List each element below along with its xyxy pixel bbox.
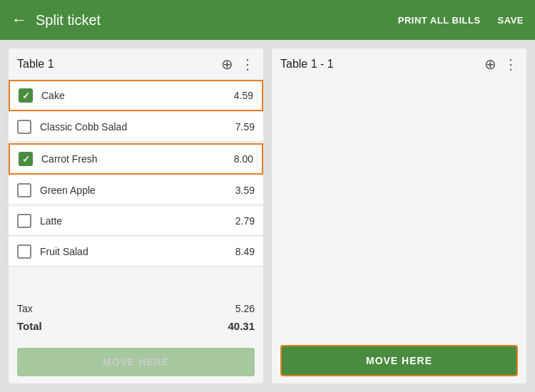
checkbox-carrot-fresh[interactable] xyxy=(19,152,33,166)
table-row[interactable]: Green Apple 3.59 xyxy=(9,176,263,205)
right-panel: Table 1 - 1 ⊕ ⋮ MOVE HERE xyxy=(272,48,526,383)
table-row[interactable]: Carrot Fresh 8.00 xyxy=(9,143,263,175)
right-panel-title: Table 1 - 1 xyxy=(280,58,477,71)
right-item-list xyxy=(272,80,526,338)
right-more-icon[interactable]: ⋮ xyxy=(504,56,518,73)
main-content: Table 1 ⊕ ⋮ Cake 4.59 Classic Cobb Salad… xyxy=(0,40,535,392)
item-price-classic-cobb: 7.59 xyxy=(235,121,255,133)
save-button[interactable]: SAVE xyxy=(498,15,524,26)
table-row[interactable]: Cake 4.59 xyxy=(9,80,263,111)
checkbox-fruit-salad[interactable] xyxy=(17,244,31,259)
item-price-green-apple: 3.59 xyxy=(235,185,255,196)
item-price-cake: 4.59 xyxy=(234,90,253,101)
left-panel-title: Table 1 xyxy=(17,58,214,71)
checkbox-latte[interactable] xyxy=(17,214,31,228)
total-row: Total 40.31 xyxy=(17,317,255,335)
table-row[interactable]: Latte 2.79 xyxy=(9,207,263,236)
tax-value: 5.26 xyxy=(235,303,255,314)
left-summary: Tax 5.26 Total 40.31 xyxy=(9,294,263,341)
left-item-list: Cake 4.59 Classic Cobb Salad 7.59 Carrot… xyxy=(9,80,263,294)
left-move-btn-container: MOVE HERE xyxy=(9,341,263,383)
item-name-cake: Cake xyxy=(41,90,234,101)
print-all-button[interactable]: PRINT ALL BILLS xyxy=(398,15,481,26)
left-add-icon[interactable]: ⊕ xyxy=(221,56,233,73)
item-name-green-apple: Green Apple xyxy=(40,185,235,196)
item-price-carrot-fresh: 8.00 xyxy=(234,153,253,165)
tax-row: Tax 5.26 xyxy=(17,300,255,317)
item-name-classic-cobb: Classic Cobb Salad xyxy=(40,121,235,133)
left-panel-header: Table 1 ⊕ ⋮ xyxy=(9,48,263,80)
total-label: Total xyxy=(17,320,42,332)
right-move-btn-container: MOVE HERE xyxy=(272,338,526,383)
total-value: 40.31 xyxy=(228,320,255,332)
right-panel-header: Table 1 - 1 ⊕ ⋮ xyxy=(272,48,526,80)
checkbox-classic-cobb[interactable] xyxy=(17,120,31,134)
table-row[interactable]: Classic Cobb Salad 7.59 xyxy=(9,113,263,142)
left-panel: Table 1 ⊕ ⋮ Cake 4.59 Classic Cobb Salad… xyxy=(9,48,263,383)
tax-label: Tax xyxy=(17,303,33,314)
header-actions: PRINT ALL BILLS SAVE xyxy=(398,15,524,26)
back-button[interactable]: ← xyxy=(11,11,27,29)
item-name-fruit-salad: Fruit Salad xyxy=(40,246,235,257)
checkbox-green-apple[interactable] xyxy=(17,183,31,197)
table-row[interactable]: Fruit Salad 8.49 xyxy=(9,237,263,267)
item-name-latte: Latte xyxy=(40,215,235,227)
item-name-carrot-fresh: Carrot Fresh xyxy=(41,153,234,165)
item-price-latte: 2.79 xyxy=(235,215,255,227)
checkbox-cake[interactable] xyxy=(19,88,33,103)
app-header: ← Split ticket PRINT ALL BILLS SAVE xyxy=(0,0,535,40)
page-title: Split ticket xyxy=(36,12,398,29)
right-add-icon[interactable]: ⊕ xyxy=(484,56,496,73)
left-move-here-button[interactable]: MOVE HERE xyxy=(17,348,255,376)
item-price-fruit-salad: 8.49 xyxy=(235,246,255,257)
left-more-icon[interactable]: ⋮ xyxy=(240,56,255,73)
right-move-here-button[interactable]: MOVE HERE xyxy=(280,345,518,376)
